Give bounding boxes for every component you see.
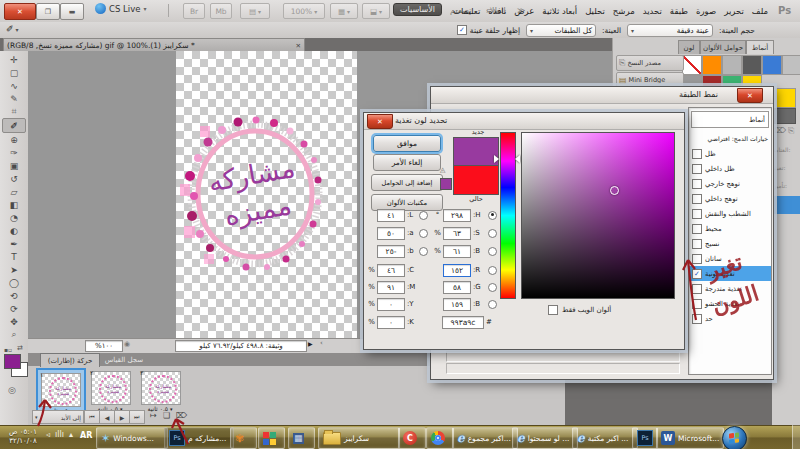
cs-live-button[interactable]: CS Live ▾ <box>95 3 146 14</box>
red-input[interactable]: ١٥٢ <box>443 264 471 277</box>
swap-colors-icon[interactable]: ⇄ <box>17 344 23 352</box>
status-scroll-icon[interactable]: ‹ <box>320 339 323 347</box>
zoom-level-button[interactable]: 100%▾ <box>283 3 325 19</box>
menu-file[interactable]: ملف <box>752 6 768 16</box>
tab-animation-frames[interactable]: حركة (إطارات) <box>40 353 100 367</box>
clone-stamp-tool[interactable]: ▣ <box>3 159 25 172</box>
sample-layers-select[interactable]: كل الطبقات▾ <box>526 24 596 37</box>
path-select-tool[interactable]: ➤ <box>3 263 25 276</box>
brush-tool[interactable]: ✑ <box>3 146 25 159</box>
workspace-essentials[interactable]: الأساسيات <box>393 3 442 16</box>
selected-layer-row[interactable] <box>772 196 800 214</box>
cancel-button[interactable]: إلغاء الأمر <box>373 154 441 171</box>
current-color-swatch[interactable] <box>453 165 499 195</box>
hue-slider-handle-right[interactable] <box>515 155 520 163</box>
type-tool[interactable]: T <box>3 250 25 263</box>
crop-tool[interactable]: ⌗ <box>3 105 25 118</box>
style-item-inner-glow[interactable]: توهج داخلي <box>689 191 771 206</box>
pen-tool[interactable]: ✒ <box>3 237 25 250</box>
taskbar-paint-button[interactable]: ✾ <box>230 427 257 449</box>
yellow-input[interactable]: ٠ <box>377 298 405 311</box>
taskbar-ie-button-2[interactable]: e لو سمحتوا ... <box>512 427 578 449</box>
eraser-tool[interactable]: ▱ <box>3 185 25 198</box>
taskbar-clock[interactable]: ٠٥:٠١ ص ٣٢/١٠/٠٨ <box>2 428 44 446</box>
menu-select[interactable]: تحديد <box>643 6 662 16</box>
menu-view[interactable]: عرض <box>514 6 534 16</box>
window-restore-button[interactable]: ❐ <box>36 3 60 20</box>
brightness-input[interactable]: ٦١ <box>443 245 471 258</box>
taskbar-folder-button[interactable]: سكرايبز <box>318 427 400 449</box>
red-radio[interactable] <box>488 266 497 275</box>
sample-size-select[interactable]: عينة دقيقة▾ <box>627 24 713 37</box>
tab-styles[interactable]: أنماط <box>746 40 774 54</box>
checkbox-icon[interactable] <box>692 194 702 204</box>
lab-l-input[interactable]: ٤١ <box>377 209 405 222</box>
hex-input[interactable]: ٩٩٣a٩c <box>442 316 484 329</box>
style-thumb[interactable] <box>722 55 742 75</box>
lab-b-radio[interactable] <box>419 247 428 256</box>
quick-mask-icon[interactable]: ◎ <box>8 385 16 395</box>
style-item-bevel-emboss[interactable]: الشطب والنقش <box>689 206 771 221</box>
marquee-tool[interactable]: ▢ <box>3 66 25 79</box>
add-to-swatches-button[interactable]: إضافة إلى الحوامل <box>371 174 443 191</box>
saturation-input[interactable]: ٦٣ <box>443 227 471 240</box>
taskbar-photoshop-pinned-button[interactable]: Ps <box>632 427 658 449</box>
trash-icon[interactable]: ⌦ <box>775 126 786 135</box>
view-extras-button[interactable]: ▦▾ <box>330 3 358 19</box>
hue-slider-handle-left[interactable] <box>494 155 499 163</box>
close-icon[interactable]: ✕ <box>367 114 393 129</box>
volume-icon[interactable]: ▴ <box>69 430 73 439</box>
gamut-warning-icon[interactable]: ◬ <box>440 166 445 174</box>
saturation-radio[interactable] <box>488 229 497 238</box>
style-thumb[interactable] <box>782 55 800 75</box>
previous-frame-button[interactable]: ◀ <box>99 410 115 424</box>
mini-bridge-button[interactable]: Mb <box>210 3 232 19</box>
menu-window[interactable]: نافذة <box>488 6 506 16</box>
default-colors-icon[interactable]: ▪▫ <box>4 346 12 353</box>
hand-tool[interactable]: ✥ <box>3 315 25 328</box>
start-button[interactable] <box>722 426 747 449</box>
document-tab[interactable]: * سكرايبز (1).gif @ 100% (مشاركه مميزه ن… <box>3 38 305 52</box>
tab-color[interactable]: لون <box>678 40 700 54</box>
green-radio[interactable] <box>488 283 497 292</box>
checkbox-icon[interactable] <box>548 305 558 315</box>
screen-mode-button[interactable]: ⬓▾ <box>362 3 390 19</box>
tab-close-icon[interactable]: ✕ <box>296 42 301 50</box>
blue-input[interactable]: ١٥٩ <box>443 298 471 311</box>
arrange-documents-button[interactable]: ▤▾ <box>240 3 270 19</box>
status-flyout-icon[interactable]: ▶ <box>308 340 313 347</box>
style-thumb[interactable] <box>702 55 722 75</box>
history-brush-tool[interactable]: ↺ <box>3 172 25 185</box>
tray-hidden-icons-icon[interactable]: ◃ <box>46 430 50 439</box>
blending-options-item[interactable]: خيارات الدمج: افتراضي <box>689 131 771 146</box>
lasso-tool[interactable]: ∿ <box>3 79 25 92</box>
zoom-percentage-field[interactable]: %١٠٠ <box>85 340 123 352</box>
hue-slider[interactable] <box>500 132 516 299</box>
checkbox-icon[interactable] <box>692 179 702 189</box>
show-desktop-button[interactable] <box>792 425 800 449</box>
eyedropper-tool[interactable]: ✐ <box>2 118 26 133</box>
style-item-inner-shadow[interactable]: ظل داخلي <box>689 161 771 176</box>
gamut-color-swatch[interactable] <box>440 178 452 190</box>
taskbar-word-button[interactable]: W Microsoft... <box>656 427 724 449</box>
checkbox-icon[interactable] <box>692 149 702 159</box>
taskbar-media-button[interactable] <box>258 427 285 449</box>
style-item-contour[interactable]: محيط <box>689 221 771 236</box>
foreground-color-swatch[interactable] <box>4 354 21 369</box>
healing-tool[interactable]: ⊕ <box>3 133 25 146</box>
taskbar-calculator-button[interactable]: ▦ <box>288 427 315 449</box>
window-close-button[interactable]: ✕ <box>4 3 36 20</box>
lab-l-radio[interactable] <box>419 211 428 220</box>
menu-3d[interactable]: أبعاد ثلاثية <box>542 6 577 16</box>
menu-layer[interactable]: طبقة <box>670 6 688 16</box>
close-icon[interactable]: ✕ <box>737 88 763 103</box>
bridge-button[interactable]: Br <box>183 3 205 19</box>
lab-a-input[interactable]: ٥٠ <box>377 227 405 240</box>
layer-thumb[interactable] <box>774 108 796 124</box>
style-thumb[interactable] <box>776 88 796 108</box>
brightness-radio[interactable] <box>488 247 497 256</box>
lab-a-radio[interactable] <box>419 229 428 238</box>
first-frame-button[interactable]: ⏮ <box>84 410 100 424</box>
shape-tool[interactable]: ◯ <box>3 276 25 289</box>
menu-image[interactable]: صورة <box>696 6 716 16</box>
